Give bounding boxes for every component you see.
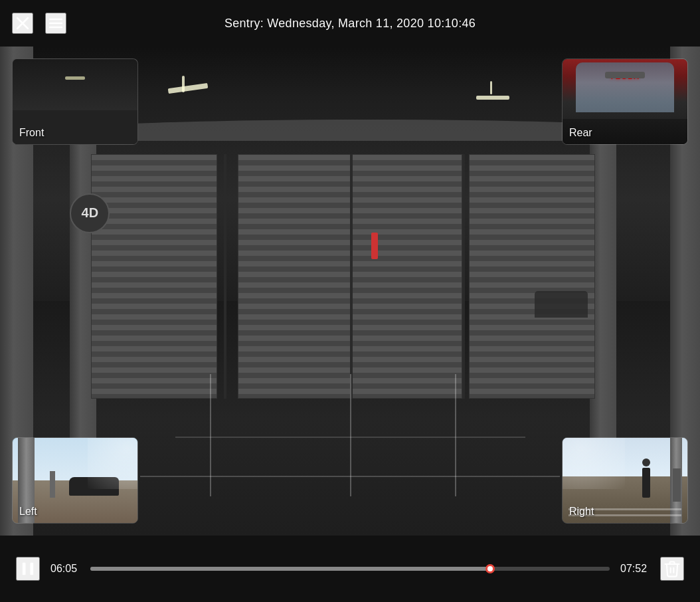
door-frame-1: [224, 154, 226, 399]
parking-line-1: [210, 374, 211, 496]
header-title: Sentry: Wednesday, March 11, 2020 10:10:…: [224, 17, 476, 31]
svg-rect-6: [31, 563, 34, 575]
progress-bar[interactable]: [90, 567, 610, 571]
main-video-front[interactable]: 4D Front: [0, 47, 700, 536]
ceiling-wire-1: [182, 76, 185, 92]
parking-line-2: [350, 374, 351, 496]
charger-pole: [50, 471, 55, 498]
svg-rect-5: [23, 563, 26, 575]
parking-sign: 4D: [70, 193, 110, 233]
thumbnail-left[interactable]: Left: [12, 437, 138, 524]
video-area: 4D Front: [0, 47, 700, 536]
thumbnail-front[interactable]: Front: [12, 58, 138, 145]
close-button[interactable]: [12, 13, 33, 34]
rear-camera-label: Rear: [569, 127, 592, 139]
pause-button[interactable]: [16, 557, 40, 581]
rearview-mirror: [605, 72, 645, 78]
parking-line-3: [455, 374, 456, 496]
rear-windshield: [576, 62, 674, 112]
person-silhouette: [642, 468, 650, 498]
fire-extinguisher: [371, 233, 378, 259]
parking-line-h2: [175, 437, 525, 438]
current-time: 06:05: [50, 563, 80, 575]
delete-button[interactable]: [660, 557, 684, 581]
front-camera-label: Front: [19, 127, 44, 139]
roller-door-right: [469, 154, 595, 399]
menu-button[interactable]: [45, 13, 66, 34]
left-camera-label: Left: [19, 506, 37, 518]
ceiling-light-2: [476, 96, 509, 100]
controls-bar: 06:05 07:52: [0, 536, 700, 602]
right-camera-label: Right: [569, 506, 594, 518]
right-sunlight: [563, 438, 625, 489]
progress-fill: [90, 567, 490, 571]
sunlight: [88, 438, 137, 489]
ceiling-wire-2: [490, 81, 492, 94]
door-frame-2: [350, 154, 353, 399]
roller-door-left: [91, 154, 217, 399]
total-time: 07:52: [620, 563, 650, 575]
progress-dot[interactable]: [485, 564, 495, 573]
right-charger: [673, 468, 681, 502]
thumbnail-rear[interactable]: TESLA Rear: [562, 58, 688, 145]
header: Sentry: Wednesday, March 11, 2020 10:10:…: [0, 0, 700, 47]
progress-dot-inner: [487, 566, 493, 571]
car-shadow: [535, 291, 588, 318]
door-frame-3: [462, 154, 465, 399]
parking-line-h1: [140, 476, 560, 477]
thumbnail-right[interactable]: Right: [562, 437, 688, 524]
